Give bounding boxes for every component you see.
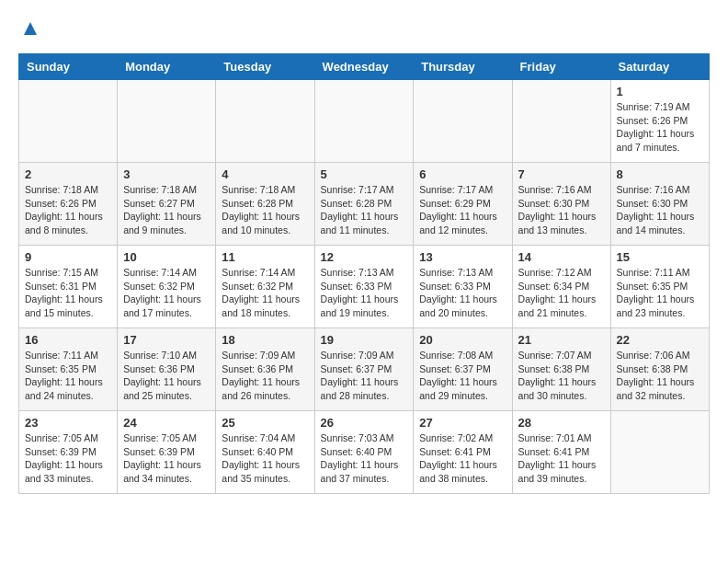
calendar-week-1: 2Sunrise: 7:18 AM Sunset: 6:26 PM Daylig… xyxy=(19,163,710,246)
calendar-cell: 21Sunrise: 7:07 AM Sunset: 6:38 PM Dayli… xyxy=(512,328,610,411)
calendar-cell: 8Sunrise: 7:16 AM Sunset: 6:30 PM Daylig… xyxy=(610,163,709,246)
calendar-table: SundayMondayTuesdayWednesdayThursdayFrid… xyxy=(18,53,710,494)
col-header-monday: Monday xyxy=(118,54,216,80)
calendar-cell: 18Sunrise: 7:09 AM Sunset: 6:36 PM Dayli… xyxy=(216,328,314,411)
day-number: 16 xyxy=(25,333,111,347)
day-number: 10 xyxy=(123,250,210,264)
day-number: 23 xyxy=(25,416,111,430)
day-number: 3 xyxy=(123,167,210,181)
day-info: Sunrise: 7:02 AM Sunset: 6:41 PM Dayligh… xyxy=(419,431,506,486)
day-number: 14 xyxy=(518,250,605,264)
col-header-saturday: Saturday xyxy=(610,54,709,80)
day-number: 20 xyxy=(419,333,506,347)
calendar-cell: 25Sunrise: 7:04 AM Sunset: 6:40 PM Dayli… xyxy=(216,411,314,494)
calendar-cell: 9Sunrise: 7:15 AM Sunset: 6:31 PM Daylig… xyxy=(19,246,118,328)
col-header-tuesday: Tuesday xyxy=(216,54,314,80)
calendar-cell: 15Sunrise: 7:11 AM Sunset: 6:35 PM Dayli… xyxy=(610,246,709,328)
calendar-cell: 28Sunrise: 7:01 AM Sunset: 6:41 PM Dayli… xyxy=(512,411,610,494)
day-number: 2 xyxy=(25,167,111,181)
day-info: Sunrise: 7:18 AM Sunset: 6:28 PM Dayligh… xyxy=(222,183,308,237)
day-number: 18 xyxy=(222,333,308,347)
calendar-week-4: 23Sunrise: 7:05 AM Sunset: 6:39 PM Dayli… xyxy=(19,411,710,494)
day-number: 5 xyxy=(321,167,408,181)
col-header-friday: Friday xyxy=(512,54,610,80)
col-header-thursday: Thursday xyxy=(414,54,512,80)
day-info: Sunrise: 7:09 AM Sunset: 6:36 PM Dayligh… xyxy=(222,349,308,403)
day-info: Sunrise: 7:07 AM Sunset: 6:38 PM Dayligh… xyxy=(518,349,605,403)
calendar-cell xyxy=(610,411,709,494)
calendar-cell: 1Sunrise: 7:19 AM Sunset: 6:26 PM Daylig… xyxy=(610,80,709,163)
day-number: 1 xyxy=(617,85,703,98)
day-number: 24 xyxy=(123,416,210,430)
day-info: Sunrise: 7:04 AM Sunset: 6:40 PM Dayligh… xyxy=(222,431,308,486)
calendar-cell: 14Sunrise: 7:12 AM Sunset: 6:34 PM Dayli… xyxy=(512,246,610,328)
day-info: Sunrise: 7:14 AM Sunset: 6:32 PM Dayligh… xyxy=(123,266,210,320)
day-info: Sunrise: 7:03 AM Sunset: 6:40 PM Dayligh… xyxy=(321,431,408,486)
calendar-cell: 3Sunrise: 7:18 AM Sunset: 6:27 PM Daylig… xyxy=(118,163,216,246)
day-info: Sunrise: 7:05 AM Sunset: 6:39 PM Dayligh… xyxy=(25,431,111,486)
day-number: 28 xyxy=(518,416,605,430)
page: SundayMondayTuesdayWednesdayThursdayFrid… xyxy=(0,0,728,512)
day-number: 12 xyxy=(321,250,408,264)
day-info: Sunrise: 7:15 AM Sunset: 6:31 PM Dayligh… xyxy=(25,266,111,320)
day-number: 26 xyxy=(321,416,408,430)
day-info: Sunrise: 7:18 AM Sunset: 6:27 PM Dayligh… xyxy=(123,183,210,237)
day-number: 11 xyxy=(222,250,308,264)
col-header-wednesday: Wednesday xyxy=(314,54,414,80)
logo-icon xyxy=(20,18,40,39)
day-info: Sunrise: 7:17 AM Sunset: 6:29 PM Dayligh… xyxy=(419,183,506,237)
calendar-cell: 19Sunrise: 7:09 AM Sunset: 6:37 PM Dayli… xyxy=(314,328,414,411)
day-info: Sunrise: 7:11 AM Sunset: 6:35 PM Dayligh… xyxy=(617,266,703,320)
calendar-cell: 12Sunrise: 7:13 AM Sunset: 6:33 PM Dayli… xyxy=(314,246,414,328)
calendar-cell xyxy=(512,80,610,163)
calendar-cell: 5Sunrise: 7:17 AM Sunset: 6:28 PM Daylig… xyxy=(314,163,414,246)
day-info: Sunrise: 7:06 AM Sunset: 6:38 PM Dayligh… xyxy=(617,349,703,403)
day-info: Sunrise: 7:18 AM Sunset: 6:26 PM Dayligh… xyxy=(25,183,111,237)
day-number: 6 xyxy=(419,167,506,181)
day-number: 17 xyxy=(123,333,210,347)
day-info: Sunrise: 7:17 AM Sunset: 6:28 PM Dayligh… xyxy=(321,183,408,237)
calendar-cell: 20Sunrise: 7:08 AM Sunset: 6:37 PM Dayli… xyxy=(414,328,512,411)
calendar-cell: 24Sunrise: 7:05 AM Sunset: 6:39 PM Dayli… xyxy=(118,411,216,494)
day-info: Sunrise: 7:05 AM Sunset: 6:39 PM Dayligh… xyxy=(123,431,210,486)
day-info: Sunrise: 7:08 AM Sunset: 6:37 PM Dayligh… xyxy=(419,349,506,403)
calendar-cell xyxy=(19,80,118,163)
day-number: 13 xyxy=(419,250,506,264)
calendar-cell: 6Sunrise: 7:17 AM Sunset: 6:29 PM Daylig… xyxy=(414,163,512,246)
svg-marker-0 xyxy=(24,22,37,35)
calendar-cell: 11Sunrise: 7:14 AM Sunset: 6:32 PM Dayli… xyxy=(216,246,314,328)
day-info: Sunrise: 7:13 AM Sunset: 6:33 PM Dayligh… xyxy=(419,266,506,320)
day-number: 4 xyxy=(222,167,308,181)
calendar-cell: 4Sunrise: 7:18 AM Sunset: 6:28 PM Daylig… xyxy=(216,163,314,246)
day-info: Sunrise: 7:10 AM Sunset: 6:36 PM Dayligh… xyxy=(123,349,210,403)
logo xyxy=(18,18,40,39)
day-info: Sunrise: 7:12 AM Sunset: 6:34 PM Dayligh… xyxy=(518,266,605,320)
day-info: Sunrise: 7:01 AM Sunset: 6:41 PM Dayligh… xyxy=(518,431,605,486)
calendar-week-0: 1Sunrise: 7:19 AM Sunset: 6:26 PM Daylig… xyxy=(19,80,710,163)
day-number: 21 xyxy=(518,333,605,347)
day-number: 8 xyxy=(617,167,703,181)
calendar-cell: 22Sunrise: 7:06 AM Sunset: 6:38 PM Dayli… xyxy=(610,328,709,411)
day-number: 15 xyxy=(617,250,703,264)
calendar-cell: 27Sunrise: 7:02 AM Sunset: 6:41 PM Dayli… xyxy=(414,411,512,494)
day-info: Sunrise: 7:11 AM Sunset: 6:35 PM Dayligh… xyxy=(25,349,111,403)
day-number: 7 xyxy=(518,167,605,181)
calendar-week-3: 16Sunrise: 7:11 AM Sunset: 6:35 PM Dayli… xyxy=(19,328,710,411)
col-header-sunday: Sunday xyxy=(19,54,118,80)
day-number: 9 xyxy=(25,250,111,264)
day-info: Sunrise: 7:13 AM Sunset: 6:33 PM Dayligh… xyxy=(321,266,408,320)
calendar-cell: 2Sunrise: 7:18 AM Sunset: 6:26 PM Daylig… xyxy=(19,163,118,246)
calendar-cell: 7Sunrise: 7:16 AM Sunset: 6:30 PM Daylig… xyxy=(512,163,610,246)
day-info: Sunrise: 7:09 AM Sunset: 6:37 PM Dayligh… xyxy=(321,349,408,403)
calendar-cell: 17Sunrise: 7:10 AM Sunset: 6:36 PM Dayli… xyxy=(118,328,216,411)
day-number: 19 xyxy=(321,333,408,347)
calendar-header-row: SundayMondayTuesdayWednesdayThursdayFrid… xyxy=(19,54,710,80)
day-info: Sunrise: 7:14 AM Sunset: 6:32 PM Dayligh… xyxy=(222,266,308,320)
calendar-cell xyxy=(216,80,314,163)
day-info: Sunrise: 7:16 AM Sunset: 6:30 PM Dayligh… xyxy=(617,183,703,237)
calendar-cell: 26Sunrise: 7:03 AM Sunset: 6:40 PM Dayli… xyxy=(314,411,414,494)
calendar-week-2: 9Sunrise: 7:15 AM Sunset: 6:31 PM Daylig… xyxy=(19,246,710,328)
day-number: 27 xyxy=(419,416,506,430)
calendar-cell: 23Sunrise: 7:05 AM Sunset: 6:39 PM Dayli… xyxy=(19,411,118,494)
header xyxy=(18,18,710,39)
